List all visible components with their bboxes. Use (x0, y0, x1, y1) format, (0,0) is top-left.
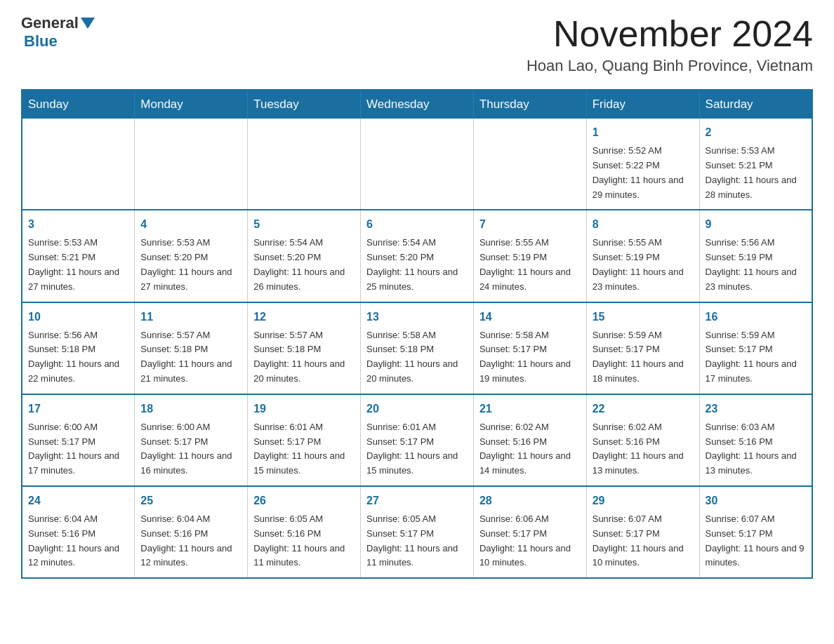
day-number: 5 (253, 216, 355, 233)
day-info: Sunrise: 5:53 AM Sunset: 5:21 PM Dayligh… (28, 236, 128, 294)
calendar-cell (361, 119, 474, 210)
logo-general-text: General (21, 14, 79, 32)
day-number: 3 (28, 216, 128, 233)
calendar-cell: 24Sunrise: 6:04 AM Sunset: 5:16 PM Dayli… (22, 486, 135, 578)
day-info: Sunrise: 5:54 AM Sunset: 5:20 PM Dayligh… (366, 236, 468, 294)
svg-marker-0 (81, 18, 95, 29)
calendar-cell (473, 119, 586, 210)
calendar-cell: 21Sunrise: 6:02 AM Sunset: 5:16 PM Dayli… (473, 394, 586, 486)
day-info: Sunrise: 6:01 AM Sunset: 5:17 PM Dayligh… (253, 420, 355, 478)
day-info: Sunrise: 6:01 AM Sunset: 5:17 PM Dayligh… (366, 420, 468, 478)
day-number: 16 (706, 309, 806, 326)
day-info: Sunrise: 6:06 AM Sunset: 5:17 PM Dayligh… (479, 512, 581, 570)
calendar-cell: 7Sunrise: 5:55 AM Sunset: 5:19 PM Daylig… (473, 210, 586, 302)
calendar-cell: 29Sunrise: 6:07 AM Sunset: 5:17 PM Dayli… (586, 486, 699, 578)
calendar-cell: 25Sunrise: 6:04 AM Sunset: 5:16 PM Dayli… (135, 486, 248, 578)
calendar-cell: 6Sunrise: 5:54 AM Sunset: 5:20 PM Daylig… (361, 210, 474, 302)
day-info: Sunrise: 6:00 AM Sunset: 5:17 PM Dayligh… (28, 420, 128, 478)
page-header: General Blue November 2024 Hoan Lao, Qua… (21, 14, 813, 75)
day-number: 24 (28, 492, 128, 509)
day-number: 2 (706, 124, 806, 141)
calendar-cell: 19Sunrise: 6:01 AM Sunset: 5:17 PM Dayli… (248, 394, 361, 486)
calendar-cell: 27Sunrise: 6:05 AM Sunset: 5:17 PM Dayli… (361, 486, 474, 578)
calendar-cell: 28Sunrise: 6:06 AM Sunset: 5:17 PM Dayli… (473, 486, 586, 578)
calendar-week-row: 1Sunrise: 5:52 AM Sunset: 5:22 PM Daylig… (22, 119, 812, 210)
day-number: 18 (140, 401, 241, 417)
calendar-cell: 22Sunrise: 6:02 AM Sunset: 5:16 PM Dayli… (586, 394, 699, 486)
day-number: 23 (706, 401, 806, 417)
day-info: Sunrise: 5:58 AM Sunset: 5:18 PM Dayligh… (366, 328, 468, 387)
logo-blue-text: Blue (24, 32, 58, 50)
day-number: 8 (593, 216, 694, 233)
calendar-cell: 10Sunrise: 5:56 AM Sunset: 5:18 PM Dayli… (22, 302, 135, 394)
calendar-cell: 26Sunrise: 6:05 AM Sunset: 5:16 PM Dayli… (248, 486, 361, 578)
day-info: Sunrise: 5:52 AM Sunset: 5:22 PM Dayligh… (593, 144, 694, 202)
day-number: 10 (28, 309, 128, 326)
day-number: 14 (479, 309, 581, 326)
calendar-header-friday: Friday (586, 90, 699, 119)
day-number: 29 (593, 492, 694, 509)
day-info: Sunrise: 5:59 AM Sunset: 5:17 PM Dayligh… (706, 328, 806, 387)
calendar-cell: 5Sunrise: 5:54 AM Sunset: 5:20 PM Daylig… (248, 210, 361, 302)
day-info: Sunrise: 5:58 AM Sunset: 5:17 PM Dayligh… (479, 328, 581, 387)
day-number: 9 (706, 216, 806, 233)
calendar-header-row: SundayMondayTuesdayWednesdayThursdayFrid… (22, 90, 812, 119)
day-number: 15 (593, 309, 694, 326)
calendar-week-row: 10Sunrise: 5:56 AM Sunset: 5:18 PM Dayli… (22, 302, 812, 394)
day-info: Sunrise: 5:56 AM Sunset: 5:18 PM Dayligh… (28, 328, 128, 387)
day-number: 1 (593, 124, 694, 141)
day-info: Sunrise: 6:07 AM Sunset: 5:17 PM Dayligh… (593, 512, 694, 570)
day-info: Sunrise: 6:02 AM Sunset: 5:16 PM Dayligh… (479, 420, 581, 478)
day-number: 17 (28, 401, 128, 417)
day-info: Sunrise: 5:57 AM Sunset: 5:18 PM Dayligh… (253, 328, 355, 387)
day-number: 6 (366, 216, 468, 233)
calendar-cell: 16Sunrise: 5:59 AM Sunset: 5:17 PM Dayli… (699, 302, 812, 394)
calendar-cell: 14Sunrise: 5:58 AM Sunset: 5:17 PM Dayli… (473, 302, 586, 394)
calendar-week-row: 17Sunrise: 6:00 AM Sunset: 5:17 PM Dayli… (22, 394, 812, 486)
calendar-header-wednesday: Wednesday (361, 90, 474, 119)
day-number: 20 (366, 401, 468, 417)
day-number: 30 (706, 492, 806, 509)
day-number: 4 (140, 216, 241, 233)
calendar-header-monday: Monday (135, 90, 248, 119)
calendar-cell: 13Sunrise: 5:58 AM Sunset: 5:18 PM Dayli… (361, 302, 474, 394)
header-title-block: November 2024 Hoan Lao, Quang Binh Provi… (527, 14, 813, 75)
day-info: Sunrise: 5:54 AM Sunset: 5:20 PM Dayligh… (253, 236, 355, 294)
logo-arrow-icon (81, 18, 95, 29)
calendar-week-row: 3Sunrise: 5:53 AM Sunset: 5:21 PM Daylig… (22, 210, 812, 302)
calendar-cell: 4Sunrise: 5:53 AM Sunset: 5:20 PM Daylig… (135, 210, 248, 302)
calendar-cell (135, 119, 248, 210)
day-number: 12 (253, 309, 355, 326)
day-info: Sunrise: 6:00 AM Sunset: 5:17 PM Dayligh… (140, 420, 241, 478)
location-subtitle: Hoan Lao, Quang Binh Province, Vietnam (527, 57, 813, 75)
day-info: Sunrise: 5:53 AM Sunset: 5:20 PM Dayligh… (140, 236, 241, 294)
calendar-cell: 3Sunrise: 5:53 AM Sunset: 5:21 PM Daylig… (22, 210, 135, 302)
day-number: 21 (479, 401, 581, 417)
calendar-cell: 1Sunrise: 5:52 AM Sunset: 5:22 PM Daylig… (586, 119, 699, 210)
calendar-cell: 8Sunrise: 5:55 AM Sunset: 5:19 PM Daylig… (586, 210, 699, 302)
calendar-cell: 12Sunrise: 5:57 AM Sunset: 5:18 PM Dayli… (248, 302, 361, 394)
day-info: Sunrise: 6:05 AM Sunset: 5:16 PM Dayligh… (253, 512, 355, 570)
calendar-header-tuesday: Tuesday (248, 90, 361, 119)
day-info: Sunrise: 6:02 AM Sunset: 5:16 PM Dayligh… (593, 420, 694, 478)
calendar-cell: 20Sunrise: 6:01 AM Sunset: 5:17 PM Dayli… (361, 394, 474, 486)
calendar-cell: 23Sunrise: 6:03 AM Sunset: 5:16 PM Dayli… (699, 394, 812, 486)
day-number: 19 (253, 401, 355, 417)
day-info: Sunrise: 6:07 AM Sunset: 5:17 PM Dayligh… (706, 512, 806, 570)
day-number: 11 (140, 309, 241, 326)
month-title: November 2024 (527, 14, 813, 54)
logo: General Blue (21, 14, 95, 51)
calendar-cell (22, 119, 135, 210)
calendar-cell: 18Sunrise: 6:00 AM Sunset: 5:17 PM Dayli… (135, 394, 248, 486)
day-info: Sunrise: 6:04 AM Sunset: 5:16 PM Dayligh… (28, 512, 128, 570)
day-info: Sunrise: 6:05 AM Sunset: 5:17 PM Dayligh… (366, 512, 468, 570)
day-info: Sunrise: 5:56 AM Sunset: 5:19 PM Dayligh… (706, 236, 806, 294)
day-info: Sunrise: 5:55 AM Sunset: 5:19 PM Dayligh… (479, 236, 581, 294)
day-info: Sunrise: 5:53 AM Sunset: 5:21 PM Dayligh… (706, 144, 806, 202)
calendar-cell: 15Sunrise: 5:59 AM Sunset: 5:17 PM Dayli… (586, 302, 699, 394)
day-number: 25 (140, 492, 241, 509)
day-info: Sunrise: 5:57 AM Sunset: 5:18 PM Dayligh… (140, 328, 241, 387)
calendar-header-thursday: Thursday (473, 90, 586, 119)
day-info: Sunrise: 5:55 AM Sunset: 5:19 PM Dayligh… (593, 236, 694, 294)
calendar-header-saturday: Saturday (699, 90, 812, 119)
